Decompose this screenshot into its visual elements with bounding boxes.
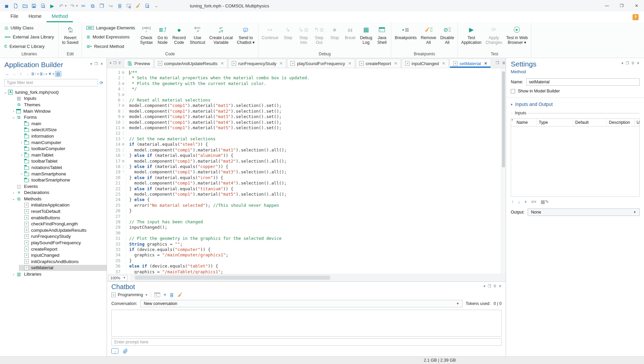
tree-item-mainSmartphone[interactable]: ›mainSmartphone: [0, 171, 107, 177]
vertical-scrollbar-thumb[interactable]: [502, 72, 505, 167]
copy-button[interactable]: ⧉: [88, 1, 97, 10]
tree-expander-icon[interactable]: ⌄: [11, 115, 16, 119]
close-icon[interactable]: ✕: [637, 61, 640, 65]
tab-close-icon[interactable]: ✕: [394, 61, 397, 66]
tree-item-Declarations[interactable]: ›≡Declarations: [0, 190, 107, 196]
add-row-button[interactable]: +: [524, 199, 527, 204]
utility-class-button[interactable]: ◎Utility Class: [3, 25, 56, 31]
chatbot-shell-icon[interactable]: >_: [154, 292, 160, 297]
float-icon[interactable]: ❐: [496, 61, 499, 65]
preview-button[interactable]: [143, 1, 152, 10]
method-name-input[interactable]: setMaterial: [526, 78, 640, 86]
float-icon[interactable]: ❐: [626, 61, 629, 65]
column-header-default[interactable]: Default: [573, 119, 607, 126]
collapse-icon[interactable]: ▾: [483, 284, 485, 288]
send-prompt-icon[interactable]: →: [111, 348, 118, 354]
editor-tab-Preview[interactable]: Preview: [124, 59, 153, 68]
row-down-button[interactable]: ↓: [518, 199, 520, 204]
collapse-icon[interactable]: ▾: [110, 61, 111, 65]
disable-all-button[interactable]: ⊘☑☑DisableAll: [438, 23, 456, 51]
editor-zoom-control[interactable]: 100% ▼: [108, 275, 128, 281]
model-expressions-button[interactable]: ≣Model Expressions: [85, 34, 137, 40]
tree-item-createReport[interactable]: ≡createReport: [0, 246, 107, 252]
tree-item-inputChanged[interactable]: ≡inputChanged: [0, 252, 107, 258]
tree-item-Main Window[interactable]: ›Main Window: [0, 108, 107, 114]
nav-back-button[interactable]: ←: [4, 71, 10, 77]
attach-file-icon[interactable]: [122, 348, 128, 354]
tree-item-toolbarSmartphone[interactable]: toolbarSmartphone: [0, 177, 107, 183]
tree-item-Libraries[interactable]: ›▥Libraries: [0, 271, 107, 277]
tree-item-runFrequencyStudy[interactable]: ≡runFrequencyStudy: [0, 233, 107, 240]
create-local-variable-button[interactable]: a=⤾TCreate LocalVariable: [207, 23, 235, 51]
record-method-button[interactable]: ≣•Record Method: [85, 44, 137, 49]
open-file-button[interactable]: [20, 1, 29, 10]
toggle-panel-button[interactable]: ▤: [55, 71, 61, 77]
tree-expander-icon[interactable]: ›: [19, 172, 24, 176]
ribbon-tab-method[interactable]: Method: [47, 11, 73, 22]
expand-all-button[interactable]: ≣↑▼: [31, 71, 39, 77]
format-button[interactable]: [134, 1, 143, 10]
cut-button[interactable]: ✂: [79, 1, 88, 10]
editor-tab-inputChanged[interactable]: ≡inputChanged✕: [402, 59, 449, 68]
external-c-library-button[interactable]: CExternal C Library: [3, 44, 56, 49]
test-application-button[interactable]: ▶TestApplication: [459, 23, 483, 51]
tree-item-notationsTablet[interactable]: notationsTablet: [0, 164, 107, 171]
edit-table-button[interactable]: ▦✎: [541, 199, 549, 204]
show-in-model-builder-checkbox[interactable]: [511, 89, 515, 93]
tab-close-icon[interactable]: ✕: [348, 61, 352, 66]
tree-expander-icon[interactable]: ›: [11, 109, 16, 113]
pin-icon[interactable]: ⚲: [494, 284, 496, 288]
pin-icon[interactable]: ⚲: [118, 61, 121, 65]
clean-conversation-icon[interactable]: [177, 292, 183, 298]
output-dropdown[interactable]: None ▼: [528, 208, 640, 216]
tree-item-computeAndUpdateResults[interactable]: ≡computeAndUpdateResults: [0, 227, 107, 233]
tree-expander-icon[interactable]: ›: [19, 153, 24, 157]
tree-item-toolbarComputer[interactable]: toolbarComputer: [0, 145, 107, 152]
tree-item-mainTablet[interactable]: ›mainTablet: [0, 152, 107, 158]
duplicate-button[interactable]: ↪: [106, 1, 115, 10]
nav-forward-button[interactable]: →: [11, 71, 17, 77]
use-shortcut-button[interactable]: B+C↗UseShortcut: [188, 23, 207, 51]
go-to-node-button[interactable]: ≣⤴Go toNode: [155, 23, 170, 51]
pin-icon[interactable]: ⚲: [632, 61, 634, 65]
chevron-down-icon[interactable]: ▼: [64, 4, 67, 7]
tab-close-icon[interactable]: ✕: [279, 61, 283, 66]
refresh-icon[interactable]: ⟳: [100, 80, 103, 85]
send-to-chatbot-button[interactable]: Send toChatbot ▾: [235, 23, 257, 51]
editor-tab-setMaterial[interactable]: ≡setMaterial✕: [450, 59, 491, 68]
tab-close-icon[interactable]: ✕: [221, 61, 224, 66]
test-in-web-browser-button[interactable]: ▶Test in WebBrowser ▾: [504, 23, 530, 51]
close-button[interactable]: ✕: [629, 0, 644, 11]
column-header-unit[interactable]: Unit: [635, 119, 639, 126]
tree-item-initializeApplication[interactable]: ≡initializeApplication: [0, 202, 107, 208]
external-java-library-button[interactable]: JavaExternal Java Library: [3, 34, 56, 40]
move-down-button[interactable]: ↓: [24, 71, 31, 77]
chatbot-mode-dropdown[interactable]: ≡ Programming ▼: [111, 292, 148, 297]
tree-item-playSoundForFrequency[interactable]: ≡playSoundForFrequency: [0, 240, 107, 246]
tree-item-toolbarTablet[interactable]: toolbarTablet: [0, 158, 107, 165]
tree-item-initGraphicsAndButtons[interactable]: ≡initGraphicsAndButtons: [0, 258, 107, 265]
vertical-scrollbar[interactable]: [501, 68, 506, 274]
close-icon[interactable]: ✕: [100, 62, 103, 66]
tree-expander-icon[interactable]: ›: [11, 272, 16, 276]
float-icon[interactable]: ❐: [94, 62, 98, 66]
tree-expander-icon[interactable]: ›: [19, 140, 24, 144]
collapse-icon[interactable]: ▾: [90, 62, 92, 66]
comsol-logo-icon[interactable]: ◙: [2, 1, 11, 10]
tree-item-information[interactable]: information: [0, 133, 107, 139]
filter-input[interactable]: Type filter text: [4, 79, 98, 86]
inputs-and-output-section[interactable]: ▾ Inputs and Output: [511, 98, 640, 110]
ribbon-tab-home[interactable]: Home: [23, 11, 47, 22]
column-header-type[interactable]: Type: [537, 119, 573, 126]
run-button[interactable]: ▶: [48, 1, 57, 10]
delete-row-button[interactable]: ≡×: [531, 199, 536, 204]
tree-item-checkFindProngLength[interactable]: ≡checkFindProngLength: [0, 221, 107, 227]
close-icon[interactable]: ✕: [499, 284, 502, 288]
tree-item-Events[interactable]: ◫Events: [0, 183, 107, 190]
delete-button[interactable]: [115, 1, 124, 10]
conversation-dropdown[interactable]: New conversation ▼: [140, 300, 463, 307]
tree-item-Themes[interactable]: ⧉Themes: [0, 102, 107, 108]
chevron-down-icon[interactable]: ▼: [76, 4, 78, 7]
tree-item-resetToDefault[interactable]: ≡resetToDefault: [0, 208, 107, 215]
breakpoints-button[interactable]: •≣Breakpoints: [393, 23, 419, 51]
